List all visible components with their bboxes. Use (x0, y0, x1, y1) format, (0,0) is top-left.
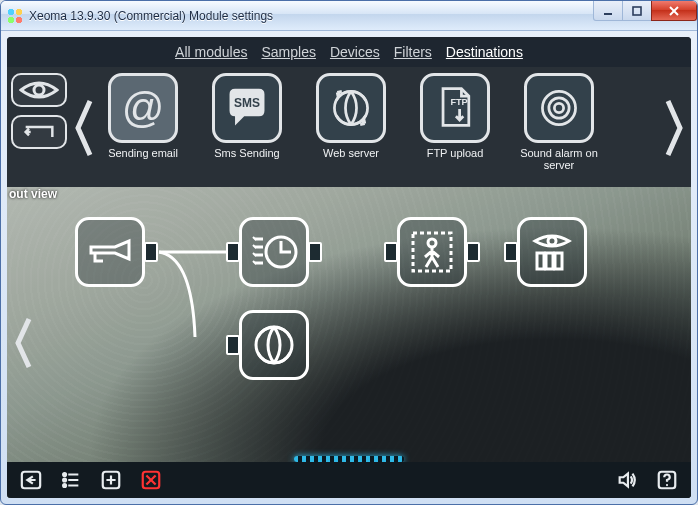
close-button[interactable] (651, 1, 697, 21)
svg-point-25 (63, 479, 66, 482)
module-sound-alarm[interactable]: Sound alarm on server (513, 73, 605, 171)
port-out[interactable] (466, 242, 480, 262)
eye-button[interactable] (11, 73, 67, 107)
port-in[interactable] (226, 242, 240, 262)
minimize-button[interactable] (593, 1, 623, 21)
svg-rect-19 (546, 253, 553, 269)
canvas-prev-button[interactable] (11, 308, 37, 378)
port-in[interactable] (384, 242, 398, 262)
speaker-rings-icon (536, 85, 582, 131)
svg-rect-20 (555, 253, 562, 269)
module-label: Sms Sending (214, 147, 279, 159)
tab-samples[interactable]: Samples (261, 44, 315, 60)
tab-destinations[interactable]: Destinations (446, 44, 523, 60)
tab-filters[interactable]: Filters (394, 44, 432, 60)
node-camera[interactable] (75, 217, 145, 287)
svg-point-8 (542, 91, 575, 124)
bottom-toolbar (7, 462, 691, 498)
sms-icon: SMS (224, 85, 270, 131)
svg-point-23 (63, 473, 66, 476)
back-button[interactable] (17, 468, 45, 492)
svg-rect-1 (633, 7, 641, 15)
node-archive[interactable] (517, 217, 587, 287)
svg-point-17 (548, 237, 556, 245)
svg-point-4 (34, 85, 44, 95)
tab-bar: All modules Samples Devices Filters Dest… (7, 37, 691, 67)
module-web-server[interactable]: Web server (305, 73, 397, 171)
archive-icon (527, 227, 577, 277)
app-icon (7, 8, 23, 24)
tab-all-modules[interactable]: All modules (175, 44, 247, 60)
module-strip: @ Sending email SMS Sms Sending (7, 67, 691, 187)
delete-button[interactable] (137, 468, 165, 492)
svg-point-9 (549, 98, 569, 118)
globe-arrows-icon (328, 85, 374, 131)
svg-point-27 (63, 484, 66, 487)
svg-point-16 (428, 239, 436, 247)
port-out[interactable] (308, 242, 322, 262)
help-button[interactable] (653, 468, 681, 492)
list-button[interactable] (57, 468, 85, 492)
modules-prev-button[interactable] (71, 73, 97, 183)
node-motion[interactable] (397, 217, 467, 287)
module-label: Sound alarm on server (513, 147, 605, 171)
scheduler-icon (249, 227, 299, 277)
svg-point-10 (554, 103, 563, 112)
node-scheduler[interactable] (239, 217, 309, 287)
svg-rect-18 (537, 253, 544, 269)
module-label: FTP upload (427, 147, 484, 159)
module-ftp-upload[interactable]: FTP FTP upload (409, 73, 501, 171)
motion-icon (407, 227, 457, 277)
back-wide-button[interactable] (11, 115, 67, 149)
module-label: Sending email (108, 147, 178, 159)
at-icon: @ (122, 84, 165, 132)
svg-text:SMS: SMS (234, 96, 260, 110)
add-button[interactable] (97, 468, 125, 492)
ftp-page-icon: FTP (432, 85, 478, 131)
titlebar: Xeoma 13.9.30 (Commercial) Module settin… (1, 1, 697, 31)
svg-text:FTP: FTP (450, 97, 467, 107)
globe-arrows-icon (249, 320, 299, 370)
canvas-overlay-text: out view (9, 187, 57, 201)
port-out[interactable] (144, 242, 158, 262)
tab-devices[interactable]: Devices (330, 44, 380, 60)
module-label: Web server (323, 147, 379, 159)
module-sms-sending[interactable]: SMS Sms Sending (201, 73, 293, 171)
sound-button[interactable] (613, 468, 641, 492)
port-in[interactable] (226, 335, 240, 355)
svg-point-36 (666, 484, 668, 486)
module-sending-email[interactable]: @ Sending email (97, 73, 189, 171)
window-title: Xeoma 13.9.30 (Commercial) Module settin… (29, 9, 273, 23)
maximize-button[interactable] (622, 1, 652, 21)
camera-icon (85, 227, 135, 277)
port-in[interactable] (504, 242, 518, 262)
chain-canvas[interactable]: out view (7, 187, 691, 498)
modules-next-button[interactable] (661, 73, 687, 183)
node-web-server[interactable] (239, 310, 309, 380)
